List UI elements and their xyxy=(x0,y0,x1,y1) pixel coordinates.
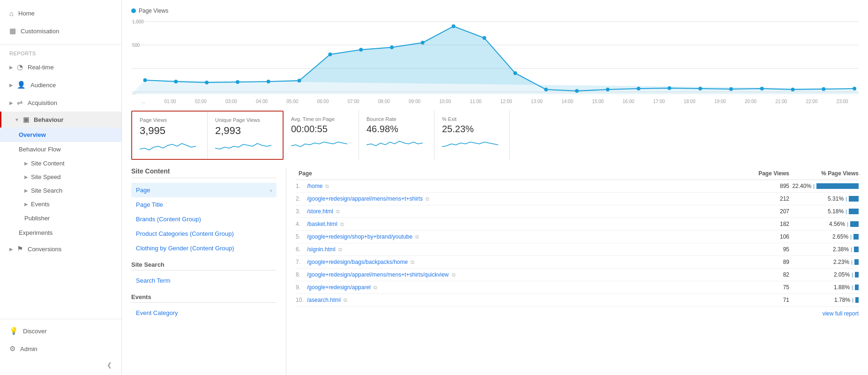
table-cell-views: 106 xyxy=(746,233,793,240)
sidebar-item-events-label: Events xyxy=(31,201,50,208)
sidebar-item-audience[interactable]: ▶ 👤 Audience xyxy=(0,76,121,94)
sidebar-item-realtime-label: Real-time xyxy=(28,64,54,71)
bounce-rate-sparkline xyxy=(367,137,423,150)
panel-item-page-title[interactable]: Page Title xyxy=(131,197,277,212)
copy-icon[interactable]: ⧉ xyxy=(374,285,377,291)
page-link[interactable]: /home xyxy=(307,183,322,189)
sidebar-item-publisher[interactable]: Publisher xyxy=(0,211,121,225)
table-row: 1. /home ⧉ 895 22.40% | xyxy=(296,180,859,193)
expand-icon8: ▶ xyxy=(24,202,28,207)
copy-icon[interactable]: ⧉ xyxy=(344,297,347,303)
pct-bar xyxy=(816,183,859,189)
sidebar-item-behaviour-flow[interactable]: Behaviour Flow xyxy=(0,142,121,157)
bounce-rate-value: 46.98% xyxy=(367,124,423,135)
sidebar-item-behaviour[interactable]: ▼ ▣ Behaviour xyxy=(0,112,121,128)
panel-item-event-category[interactable]: Event Category xyxy=(131,306,277,320)
pct-bar xyxy=(855,297,859,303)
sidebar-item-acquisition[interactable]: ▶ ⇌ Acquisition xyxy=(0,94,121,112)
page-link[interactable]: /google+redesign/apparel xyxy=(307,284,371,291)
sidebar-item-admin[interactable]: ⚙ Admin xyxy=(0,340,121,358)
sidebar-item-site-speed[interactable]: ▶ Site Speed xyxy=(0,170,121,184)
svg-point-20 xyxy=(544,88,548,91)
copy-icon[interactable]: ⧉ xyxy=(325,183,329,189)
svg-point-23 xyxy=(637,87,641,90)
sidebar-item-home[interactable]: ⌂ Home xyxy=(0,5,121,22)
table-cell-views: 89 xyxy=(746,259,793,265)
panel-item-page[interactable]: Page › xyxy=(131,183,277,197)
collapse-sidebar-button[interactable]: ❮ xyxy=(0,358,121,372)
sidebar-item-overview[interactable]: Overview xyxy=(0,128,121,142)
sidebar-reports-section: REPORTS ▶ ◔ Real-time ▶ 👤 Audience ▶ ⇌ A… xyxy=(0,45,121,258)
expand-icon7: ▶ xyxy=(24,188,28,193)
metrics-highlighted-group: Page Views 3,995 Unique Page Views 2,993 xyxy=(131,111,284,160)
row-number: 2. xyxy=(296,195,304,202)
page-link[interactable]: /store.html xyxy=(307,208,333,215)
panel-item-search-term[interactable]: Search Term xyxy=(131,273,277,288)
row-number: 8. xyxy=(296,271,304,278)
table-row: 7. /google+redesign/bags/backpacks/home … xyxy=(296,256,859,269)
expand-icon3: ▶ xyxy=(9,100,13,105)
table-cell-views: 71 xyxy=(746,297,793,303)
sidebar-item-conversions-label: Conversions xyxy=(28,246,61,253)
panel-item-page-title-label: Page Title xyxy=(136,201,163,208)
pct-bar xyxy=(850,221,859,227)
table-cell-page: 4. /basket.html ⧉ xyxy=(296,221,746,227)
panel-item-brands[interactable]: Brands (Content Group) xyxy=(131,212,277,226)
svg-point-15 xyxy=(390,45,394,49)
panel-item-clothing-gender[interactable]: Clothing by Gender (Content Group) xyxy=(131,241,277,255)
bar-separator: | xyxy=(846,196,847,202)
bar-separator: | xyxy=(846,209,847,214)
copy-icon[interactable]: ⧉ xyxy=(338,247,342,253)
svg-point-26 xyxy=(729,87,733,91)
sidebar-item-events[interactable]: ▶ Events xyxy=(0,197,121,211)
expand-icon4: ▼ xyxy=(15,117,19,122)
pct-value: 2.65% xyxy=(827,233,848,240)
svg-point-10 xyxy=(236,80,239,84)
person-icon: 👤 xyxy=(17,81,26,89)
copy-icon[interactable]: ⧉ xyxy=(452,272,456,278)
sidebar-item-discover[interactable]: 💡 Discover xyxy=(0,322,121,340)
copy-icon[interactable]: ⧉ xyxy=(415,234,419,240)
page-link[interactable]: /google+redesign/shop+by+brand/youtube xyxy=(307,233,412,240)
svg-point-29 xyxy=(822,87,825,91)
metric-bounce-rate: Bounce Rate 46.98% xyxy=(359,111,434,160)
view-full-report-link[interactable]: view full report xyxy=(296,307,859,321)
copy-icon[interactable]: ⧉ xyxy=(426,196,429,202)
pct-exit-value: 25.23% xyxy=(442,124,498,135)
metrics-normal-group: Avg. Time on Page 00:00:55 Bounce Rate 4… xyxy=(284,111,510,160)
sidebar-item-experiments-label: Experiments xyxy=(19,229,52,236)
svg-point-16 xyxy=(421,41,425,45)
sidebar-item-customisation[interactable]: ▦ Customisation xyxy=(0,22,121,40)
page-link[interactable]: /google+redesign/apparel/mens/mens+t+shi… xyxy=(307,195,423,202)
expand-icon5: ▶ xyxy=(24,161,28,166)
copy-icon[interactable]: ⧉ xyxy=(336,209,340,215)
panel-item-product-categories[interactable]: Product Categories (Content Group) xyxy=(131,226,277,241)
page-link[interactable]: /google+redesign/apparel/mens/mens+t+shi… xyxy=(307,271,449,278)
table-cell-pct: 22.40% | xyxy=(793,183,859,189)
page-link[interactable]: /basket.html xyxy=(307,221,337,227)
arrows-icon: ⇌ xyxy=(17,98,23,107)
sidebar-item-conversions[interactable]: ▶ ⚑ Conversions xyxy=(0,240,121,258)
sidebar-item-experiments[interactable]: Experiments xyxy=(0,225,121,240)
pct-bar xyxy=(854,247,859,252)
table-cell-pct: 1.78% | xyxy=(793,297,859,303)
panel-divider xyxy=(286,167,286,375)
page-link[interactable]: /asearch.html xyxy=(307,297,341,303)
svg-point-25 xyxy=(698,87,702,90)
expand-icon9: ▶ xyxy=(9,247,13,252)
table-cell-views: 212 xyxy=(746,195,793,202)
sidebar-item-realtime[interactable]: ▶ ◔ Real-time xyxy=(0,58,121,76)
sidebar-item-audience-label: Audience xyxy=(30,82,56,89)
table-cell-views: 82 xyxy=(746,271,793,278)
table-row: 2. /google+redesign/apparel/mens/mens+t+… xyxy=(296,193,859,205)
page-link[interactable]: /google+redesign/bags/backpacks/home xyxy=(307,259,408,265)
metric-unique-page-views: Unique Page Views 2,993 xyxy=(208,112,283,159)
page-link[interactable]: /signin.html xyxy=(307,246,336,253)
sidebar-item-site-content[interactable]: ▶ Site Content xyxy=(0,157,121,170)
svg-point-19 xyxy=(513,71,517,75)
sidebar-item-site-search[interactable]: ▶ Site Search xyxy=(0,184,121,197)
metric-avg-time: Avg. Time on Page 00:00:55 xyxy=(284,111,359,160)
copy-icon[interactable]: ⧉ xyxy=(411,259,414,265)
copy-icon[interactable]: ⧉ xyxy=(340,221,344,227)
svg-point-22 xyxy=(606,88,610,91)
